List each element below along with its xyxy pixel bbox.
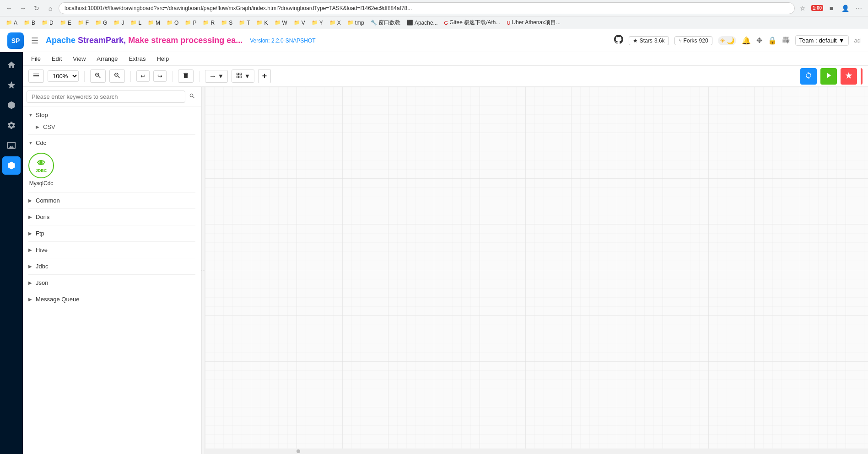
tree-section-messagequeue[interactable]: ▶ Message Queue: [23, 293, 201, 305]
bookmark-tmp[interactable]: 📁 tmp: [345, 19, 367, 27]
sidebar-item-star[interactable]: [2, 76, 21, 94]
tree-section-jdbc[interactable]: ▶ Jdbc: [23, 260, 201, 272]
bookmark-w[interactable]: 📁 W: [272, 19, 290, 27]
team-selector[interactable]: Team : default ▼: [795, 35, 849, 46]
bookmark-d[interactable]: 📁 D: [39, 19, 56, 27]
notification-button[interactable]: 🔔: [742, 36, 751, 45]
tree-section-json[interactable]: ▶ Json: [23, 277, 201, 289]
menu-file[interactable]: File: [27, 53, 45, 64]
bookmark-v[interactable]: 📁 V: [291, 19, 307, 27]
hamburger-button[interactable]: ☰: [31, 36, 38, 46]
tree-section-stop[interactable]: ▼ Stop: [23, 109, 201, 121]
bookmark-y[interactable]: 📁 Y: [309, 19, 325, 27]
delete-icon: [182, 72, 189, 80]
bookmark-x[interactable]: 📁 X: [327, 19, 343, 27]
bookmark-r[interactable]: 📁 R: [200, 19, 217, 27]
bookmark-uber[interactable]: U Uber Athenax项目...: [505, 18, 563, 27]
play-icon: [825, 71, 833, 81]
nav-refresh-button[interactable]: ↻: [31, 3, 42, 14]
menu-edit[interactable]: Edit: [47, 53, 66, 64]
extension-button[interactable]: ■: [826, 3, 837, 14]
bookmark-a[interactable]: 📁 A: [4, 19, 20, 27]
redo-button[interactable]: ↪: [153, 70, 167, 82]
undo-icon: ↩: [140, 73, 146, 80]
forks-button[interactable]: ⑂ Forks 920: [674, 36, 712, 45]
delete-button[interactable]: [178, 69, 194, 83]
bookmark-m[interactable]: 📁 M: [146, 19, 162, 27]
folder-icon: 📁: [78, 20, 84, 26]
bookmark-l[interactable]: 📁 L: [128, 19, 144, 27]
sparkle-icon: [845, 71, 853, 81]
search-input[interactable]: [27, 91, 185, 103]
nav-forward-button[interactable]: →: [17, 3, 28, 14]
bookmark-o[interactable]: 📁 O: [164, 19, 181, 27]
tree-section-common[interactable]: ▶ Common: [23, 194, 201, 207]
nav-back-button[interactable]: ←: [4, 3, 15, 14]
tree-section-doris[interactable]: ▶ Doris: [23, 211, 201, 223]
stars-button[interactable]: ★ Stars 3.6k: [629, 36, 669, 45]
tree-section-hive[interactable]: ▶ Hive: [23, 244, 201, 256]
bookmark-g[interactable]: 📁 G: [93, 19, 109, 27]
fullscreen-button[interactable]: ✥: [756, 36, 762, 45]
menu-help[interactable]: Help: [152, 53, 173, 64]
menu-extras[interactable]: Extras: [124, 53, 151, 64]
folder-icon: 📁: [239, 20, 245, 26]
layout-button[interactable]: ▼: [232, 69, 254, 83]
sidebar-item-cube[interactable]: [2, 96, 21, 114]
nav-home-button[interactable]: ⌂: [45, 3, 56, 14]
bookmark-s[interactable]: 📁 S: [219, 19, 235, 27]
sidebar-item-api[interactable]: [2, 156, 21, 175]
run-button[interactable]: [820, 68, 837, 85]
menu-arrange[interactable]: Arrange: [92, 53, 122, 64]
tree-section-cdc[interactable]: ▼ Cdc: [23, 137, 201, 149]
tool-icon: 🔧: [371, 20, 377, 26]
connect-button[interactable]: → ▼: [205, 70, 228, 83]
bookmark-p[interactable]: 📁 P: [183, 19, 199, 27]
node-mysqlcdc[interactable]: 👁 JDBC MysqlCdc: [28, 153, 54, 187]
tree-item-csv[interactable]: ▶ CSV: [23, 121, 201, 133]
search-button[interactable]: [187, 91, 197, 102]
url-bar[interactable]: [59, 2, 795, 14]
canvas-area[interactable]: [205, 87, 868, 454]
add-button[interactable]: +: [258, 69, 271, 83]
github-button[interactable]: [614, 35, 623, 46]
resize-handle[interactable]: ⋮: [201, 87, 205, 454]
tree-section-ftp[interactable]: ▶ Ftp: [23, 227, 201, 240]
zoom-in-button[interactable]: [90, 69, 106, 83]
bookmark-button[interactable]: ☆: [798, 3, 809, 14]
bookmark-f[interactable]: 📁 F: [75, 19, 91, 27]
bookmark-b[interactable]: 📁 B: [22, 19, 38, 27]
translate-button[interactable]: 轟: [782, 36, 790, 45]
bookmark-t[interactable]: 📁 T: [237, 19, 252, 27]
folder-icon: 📁: [113, 20, 120, 26]
canvas-h-scrollbar[interactable]: [205, 449, 868, 454]
save-button[interactable]: [800, 68, 817, 85]
bookmark-apache[interactable]: ⬛ Apache...: [404, 19, 440, 27]
app-body: File Edit View Arrange Extras Help: [0, 52, 868, 454]
settings-button[interactable]: [841, 68, 857, 85]
scrollbar-thumb[interactable]: [297, 449, 300, 453]
menu-view[interactable]: View: [68, 53, 90, 64]
zoom-out-button[interactable]: [109, 69, 125, 83]
undo-button[interactable]: ↩: [136, 70, 150, 82]
folder-icon: 📁: [167, 20, 173, 26]
bookmark-k[interactable]: 📁 K: [254, 19, 270, 27]
arrow-down-icon: ▼: [28, 140, 33, 145]
divider-3: [28, 208, 195, 209]
theme-toggle[interactable]: ☀ 🌙: [718, 36, 736, 45]
bookmark-j[interactable]: 📁 J: [111, 19, 126, 27]
arrow-right-icon: ▶: [28, 214, 33, 219]
zoom-selector[interactable]: 100% 50% 75% 125% 150% 200%: [48, 70, 79, 82]
more-button[interactable]: ⋯: [853, 3, 864, 14]
toggle-panel-button[interactable]: [28, 69, 44, 83]
extension-badge: 1:00: [811, 5, 823, 11]
sidebar-item-settings[interactable]: [2, 116, 21, 134]
bookmark-e[interactable]: 📁 E: [58, 19, 74, 27]
sidebar-item-home[interactable]: [2, 56, 21, 74]
redo-icon: ↪: [157, 73, 162, 80]
bookmark-chuangkou[interactable]: 🔧 窗口数教: [368, 18, 403, 27]
lock-button[interactable]: 🔒: [768, 36, 777, 45]
bookmark-gitee[interactable]: G Gitee 极速下载/Ath...: [442, 18, 503, 27]
profile-button[interactable]: 👤: [840, 3, 851, 14]
sidebar-item-image[interactable]: [2, 136, 21, 155]
